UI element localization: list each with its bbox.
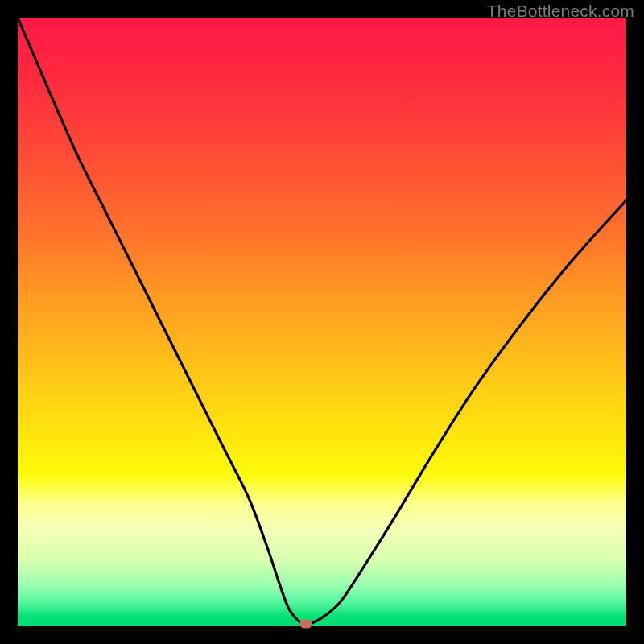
chart-frame: TheBottleneck.com — [0, 0, 644, 644]
plot-area — [18, 18, 626, 626]
bottleneck-curve — [18, 18, 626, 626]
minimum-marker — [299, 619, 312, 628]
